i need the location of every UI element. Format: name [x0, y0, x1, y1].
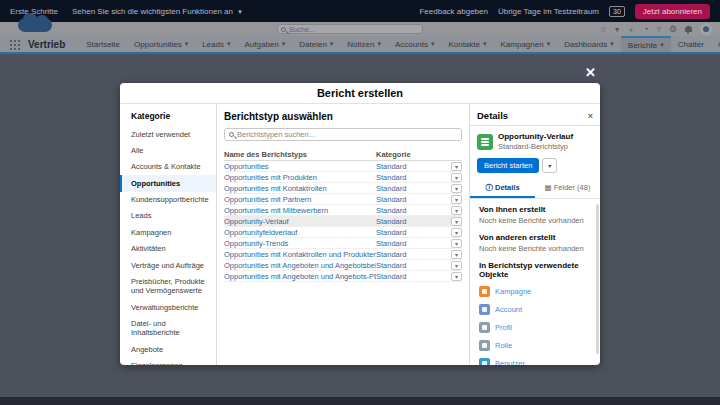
report-type-name[interactable]: Opportunities mit Partnern — [224, 195, 376, 204]
global-search-input[interactable] — [289, 26, 419, 33]
row-menu-button[interactable]: ▾ — [451, 162, 462, 171]
global-actions-icon[interactable]: ＋ — [627, 24, 635, 35]
table-row[interactable]: Opportunities mit Produkten Standard ▾ — [224, 172, 462, 183]
tab-dashboards[interactable]: Dashboards▾ — [557, 36, 621, 52]
report-type-name[interactable]: Opportunities mit Angeboten und Angebots… — [224, 272, 376, 281]
row-menu-button[interactable]: ▾ — [451, 206, 462, 215]
modal-close-icon[interactable]: ✕ — [585, 66, 596, 79]
category-einzelpersonen[interactable]: Einzelpersonen — [120, 358, 216, 365]
category-verwaltungsberichte[interactable]: Verwaltungsberichte — [120, 299, 216, 315]
tab-chatter[interactable]: Chatter — [671, 36, 711, 52]
category-opportunities[interactable]: Opportunities — [120, 175, 216, 191]
tab-gruppen[interactable]: Gruppen▾ — [711, 36, 720, 52]
tab-berichte[interactable]: Berichte▾ — [621, 36, 671, 52]
row-menu-button[interactable]: ▾ — [451, 250, 462, 259]
global-header: ☆ ▾ ＋ ◔ ? ⚙ ☻ — [0, 22, 720, 36]
category-alle[interactable]: Alle — [120, 142, 216, 158]
details-scroll-area[interactable]: Von Ihnen erstellt Noch keine Berichte v… — [470, 199, 600, 365]
tab-accounts[interactable]: Accounts▾ — [388, 36, 441, 52]
object-item-kampagne[interactable]: Kampagne — [479, 286, 591, 297]
guidance-icon[interactable]: ◔ — [643, 24, 648, 34]
key-features-link[interactable]: Sehen Sie sich die wichtigsten Funktione… — [72, 7, 242, 16]
tab-startseite[interactable]: Startseite — [79, 36, 127, 52]
tab-kontakte[interactable]: Kontakte▾ — [441, 36, 493, 52]
tab-dateien[interactable]: Dateien▾ — [292, 36, 340, 52]
report-type-category: Standard — [376, 173, 448, 182]
create-report-modal: Bericht erstellen Kategorie Zuletzt verw… — [120, 83, 600, 365]
global-search[interactable] — [277, 24, 423, 34]
tab-aufgaben[interactable]: Aufgaben▾ — [237, 36, 292, 52]
tab-opportunities[interactable]: Opportunities▾ — [127, 36, 195, 52]
category-kundensupportberichte[interactable]: Kundensupportberichte — [120, 192, 216, 208]
row-menu-button[interactable]: ▾ — [451, 195, 462, 204]
category-angebote[interactable]: Angebote — [120, 341, 216, 357]
favorites-chevron-icon[interactable]: ▾ — [615, 25, 619, 34]
report-type-name[interactable]: Opportunityfeldverlauf — [224, 228, 376, 237]
object-label[interactable]: Profil — [495, 323, 512, 332]
avatar[interactable]: ☻ — [700, 23, 712, 35]
row-menu-button[interactable]: ▾ — [451, 272, 462, 281]
row-menu-button[interactable]: ▾ — [451, 239, 462, 248]
category-preisbuecher[interactable]: Preisbücher, Produkte und Vermögenswerte — [120, 273, 216, 299]
table-row[interactable]: Opportunities mit Kontaktrollen Standard… — [224, 183, 462, 194]
table-row[interactable]: Opportunities mit Angeboten und Angebots… — [224, 260, 462, 271]
tab-notizen[interactable]: Notizen▾ — [340, 36, 388, 52]
category-accounts-kontakte[interactable]: Accounts & Kontakte — [120, 159, 216, 175]
row-menu-button[interactable]: ▾ — [451, 184, 462, 193]
table-row[interactable]: Opportunities mit Angeboten und Angebots… — [224, 271, 462, 282]
object-label[interactable]: Rolle — [495, 341, 512, 350]
report-type-search[interactable] — [224, 128, 462, 141]
report-type-name[interactable]: Opportunities mit Kontaktrollen und Prod… — [224, 250, 376, 259]
report-type-name[interactable]: Opportunities mit Mitbewerbern — [224, 206, 376, 215]
setup-gear-icon[interactable]: ⚙ — [669, 24, 677, 34]
table-row[interactable]: Opportunity-Trends Standard ▾ — [224, 238, 462, 249]
row-menu-button[interactable]: ▾ — [451, 173, 462, 182]
category-zuletzt-verwendet[interactable]: Zuletzt verwendet — [120, 126, 216, 142]
report-type-name[interactable]: Opportunities mit Produkten — [224, 173, 376, 182]
help-icon[interactable]: ? — [656, 25, 660, 34]
object-item-profil[interactable]: Profil — [479, 322, 591, 333]
notifications-bell-icon[interactable] — [685, 26, 692, 32]
object-label[interactable]: Kampagne — [495, 287, 531, 296]
report-type-name[interactable]: Opportunities — [224, 162, 376, 171]
table-row-selected[interactable]: Opportunity-Verlauf Standard ▾ — [224, 216, 462, 227]
table-row[interactable]: Opportunities mit Partnern Standard ▾ — [224, 194, 462, 205]
category-leads[interactable]: Leads — [120, 208, 216, 224]
object-item-rolle[interactable]: Rolle — [479, 340, 591, 351]
fields-tab[interactable]: ▦ Felder (48) — [535, 179, 600, 198]
report-type-name[interactable]: Opportunities mit Kontaktrollen — [224, 184, 376, 193]
row-menu-button[interactable]: ▾ — [451, 228, 462, 237]
report-type-table: Name des Berichtstyps Kategorie Opportun… — [224, 148, 462, 282]
row-menu-button[interactable]: ▾ — [451, 217, 462, 226]
report-type-name[interactable]: Opportunity-Verlauf — [224, 217, 376, 226]
start-report-dropdown-button[interactable]: ▾ — [542, 158, 557, 173]
app-launcher-icon[interactable] — [10, 40, 12, 42]
details-scrollbar[interactable] — [596, 204, 599, 354]
table-row[interactable]: Opportunities mit Mitbewerbern Standard … — [224, 205, 462, 216]
object-label[interactable]: Benutzer — [495, 359, 525, 365]
report-type-name[interactable]: Opportunities mit Angeboten und Angebots… — [224, 261, 376, 270]
object-label[interactable]: Account — [495, 305, 522, 314]
details-tab[interactable]: ⓘ Details — [470, 179, 535, 198]
table-row[interactable]: Opportunities mit Kontaktrollen und Prod… — [224, 249, 462, 260]
category-kampagnen[interactable]: Kampagnen — [120, 224, 216, 240]
app-name[interactable]: Vertrieb — [28, 39, 65, 50]
tab-leads[interactable]: Leads▾ — [195, 36, 237, 52]
category-vertraege-auftraege[interactable]: Verträge und Aufträge — [120, 257, 216, 273]
category-datei-inhaltsberichte[interactable]: Datei- und Inhaltsberichte — [120, 316, 216, 342]
category-aktivitaeten[interactable]: Aktivitäten — [120, 241, 216, 257]
tab-kampagnen[interactable]: Kampagnen▾ — [494, 36, 558, 52]
row-menu-button[interactable]: ▾ — [451, 261, 462, 270]
table-row[interactable]: Opportunityfeldverlauf Standard ▾ — [224, 227, 462, 238]
table-row[interactable]: Opportunities Standard ▾ — [224, 161, 462, 172]
favorites-star-icon[interactable]: ☆ — [600, 25, 607, 34]
object-item-account[interactable]: Account — [479, 304, 591, 315]
feedback-link[interactable]: Feedback abgeben — [419, 7, 488, 16]
details-close-icon[interactable]: × — [588, 111, 593, 121]
report-type-search-input[interactable] — [237, 130, 457, 139]
object-item-benutzer[interactable]: Benutzer — [479, 358, 591, 365]
report-type-name[interactable]: Opportunity-Trends — [224, 239, 376, 248]
selected-type-name: Opportunity-Verlauf — [498, 132, 573, 142]
subscribe-now-button[interactable]: Jetzt abonnieren — [635, 4, 710, 19]
start-report-button[interactable]: Bericht starten — [477, 158, 539, 173]
